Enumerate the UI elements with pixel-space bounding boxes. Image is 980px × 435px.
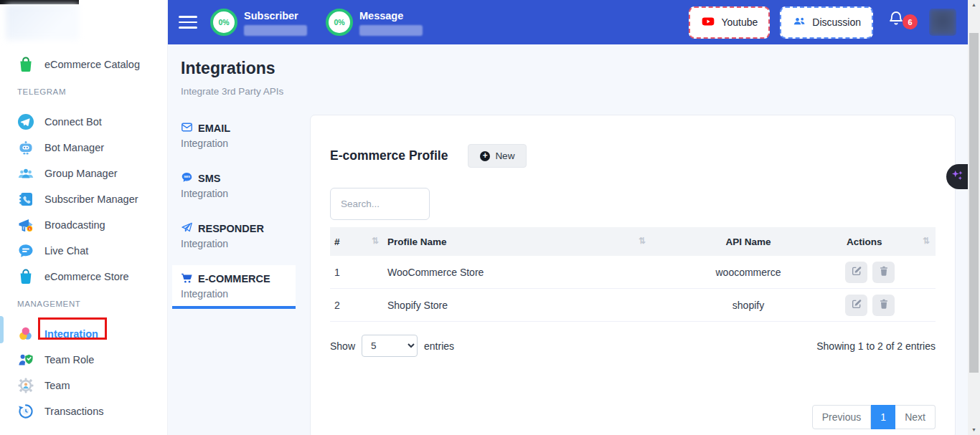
- robot-icon: [17, 139, 34, 156]
- edit-pencil-icon: [851, 265, 862, 279]
- sidebar-item-ecommerce-store[interactable]: eCommerce Store: [0, 264, 167, 290]
- message-stat: 0% Message: [326, 9, 423, 36]
- ai-assistant-button[interactable]: [946, 164, 968, 189]
- discussion-button[interactable]: Discussion: [780, 6, 873, 39]
- page-subtitle: Integrate 3rd Party APIs: [181, 86, 283, 97]
- sort-icon[interactable]: ⇅: [372, 236, 385, 245]
- current-page-button[interactable]: 1: [871, 405, 895, 429]
- palette-icon: [17, 325, 34, 343]
- search-input[interactable]: [330, 188, 430, 220]
- youtube-button[interactable]: Youtube: [689, 6, 770, 39]
- avatar-image-redacted: [929, 9, 956, 36]
- ecommerce-profile-card: E-commerce Profile + New # ⇅ Profile Nam…: [310, 115, 956, 435]
- scrollbar-up-arrow[interactable]: ▲: [968, 0, 980, 10]
- subnav-item-email[interactable]: EMAIL Integration: [172, 115, 296, 158]
- scrollbar-track: ▲ ▼: [968, 0, 980, 435]
- clock-refresh-icon: [17, 403, 34, 420]
- delete-button[interactable]: [872, 295, 895, 316]
- column-header-profile[interactable]: Profile Name ⇅: [385, 236, 651, 247]
- sidebar-item-subscriber-manager[interactable]: Subscriber Manager: [0, 186, 167, 212]
- row-profile-name: Shopify Store: [385, 300, 651, 311]
- sidebar-item-connect-bot[interactable]: Connect Bot: [0, 109, 167, 135]
- sidebar-item-integration[interactable]: Integration: [0, 321, 167, 347]
- sidebar-item-broadcasting[interactable]: 1 Broadcasting: [0, 212, 167, 238]
- trash-icon: [878, 298, 890, 312]
- sidebar-item-label: Subscriber Manager: [44, 193, 138, 205]
- page-title: Integrations: [181, 59, 275, 78]
- integration-subnav: EMAIL Integration SMS SMS Integration: [172, 115, 296, 315]
- sidebar-item-team-role[interactable]: Team Role: [0, 347, 167, 373]
- previous-page-button[interactable]: Previous: [812, 405, 871, 429]
- hamburger-menu-icon[interactable]: [179, 16, 197, 29]
- sort-icon[interactable]: ⇅: [923, 236, 936, 245]
- edit-button[interactable]: [845, 262, 867, 283]
- subnav-item-ecommerce[interactable]: E-COMMERCE Integration: [172, 265, 296, 309]
- subnav-item-sms[interactable]: SMS SMS Integration: [172, 165, 296, 209]
- active-item-indicator: [0, 316, 4, 343]
- page-size-select[interactable]: 5: [362, 335, 418, 357]
- sidebar-item-bot-manager[interactable]: Bot Manager: [0, 135, 167, 161]
- message-stat-value-redacted: [359, 25, 423, 36]
- subscriber-stat-label: Subscriber: [244, 9, 307, 21]
- sidebar-item-label: eCommerce Store: [44, 271, 129, 282]
- panel-title: E-commerce Profile: [330, 148, 448, 163]
- entries-label: entries: [424, 340, 454, 352]
- sidebar-item-live-chat[interactable]: Live Chat: [0, 238, 167, 264]
- app-logo: [6, 4, 79, 40]
- header-api-label: API Name: [725, 236, 771, 247]
- row-api-name: woocommerce: [651, 267, 845, 278]
- subscriber-progress-ring: 0%: [210, 9, 237, 36]
- scrollbar-thumb[interactable]: [969, 33, 979, 373]
- table-row: 1 WooCommerce Store woocommerce: [330, 256, 936, 289]
- svg-text:SMS: SMS: [184, 175, 190, 178]
- telegram-icon: [17, 113, 34, 130]
- subnav-item-subtitle: Integration: [181, 188, 287, 199]
- sidebar-item-label: Transactions: [44, 406, 103, 417]
- notification-count-badge: 6: [903, 14, 918, 29]
- sidebar-item-label: Group Manager: [44, 168, 118, 179]
- show-label: Show: [330, 340, 355, 352]
- gear-person-icon: [17, 377, 34, 394]
- pagination: Previous 1 Next: [812, 405, 936, 429]
- scrollbar-down-arrow[interactable]: ▼: [968, 425, 980, 435]
- row-num: 1: [330, 267, 385, 278]
- sidebar-item-label: Bot Manager: [44, 142, 104, 153]
- sort-icon[interactable]: ⇅: [639, 236, 651, 245]
- subnav-item-title: E-COMMERCE: [198, 273, 270, 285]
- sidebar-item-label: Broadcasting: [44, 219, 105, 231]
- sidebar: eCommerce Catalog TELEGRAM Connect Bot B…: [0, 0, 167, 435]
- delete-button[interactable]: [872, 262, 895, 283]
- app-window: eCommerce Catalog TELEGRAM Connect Bot B…: [0, 0, 980, 435]
- discussion-people-icon: [792, 14, 806, 31]
- new-profile-button[interactable]: + New: [468, 144, 527, 168]
- row-num: 2: [330, 300, 385, 311]
- main-content: Integrations Integrate 3rd Party APIs EM…: [167, 44, 968, 435]
- subscriber-percent: 0%: [218, 18, 229, 27]
- column-header-actions[interactable]: Actions ⇅: [845, 236, 936, 247]
- sidebar-item-transactions[interactable]: Transactions: [0, 398, 167, 424]
- role-shield-icon: [17, 351, 34, 368]
- edit-pencil-icon: [851, 298, 862, 312]
- sidebar-item-ecommerce-catalog[interactable]: eCommerce Catalog: [0, 52, 167, 77]
- showing-entries-text: Showing 1 to 2 of 2 entries: [816, 340, 936, 352]
- header-profile-label: Profile Name: [387, 236, 447, 247]
- sidebar-item-team[interactable]: Team: [0, 373, 167, 398]
- edit-button[interactable]: [845, 295, 867, 316]
- notifications-button[interactable]: 6: [887, 10, 909, 34]
- profiles-table: # ⇅ Profile Name ⇅ API Name Actions ⇅: [330, 227, 936, 322]
- subnav-item-title: RESPONDER: [198, 223, 264, 234]
- subnav-item-responder[interactable]: RESPONDER Integration: [172, 215, 296, 259]
- column-header-num[interactable]: # ⇅: [330, 236, 385, 247]
- cart-icon: [181, 272, 193, 286]
- chat-icon: [17, 242, 34, 259]
- user-avatar[interactable]: [929, 9, 956, 36]
- sidebar-item-label: Team Role: [44, 354, 94, 365]
- sidebar-item-group-manager[interactable]: Group Manager: [0, 161, 167, 186]
- column-header-api[interactable]: API Name: [651, 236, 845, 247]
- row-api-name: shopify: [651, 300, 845, 311]
- trash-icon: [878, 265, 890, 279]
- subscriber-stat: 0% Subscriber: [210, 9, 307, 36]
- email-icon: [181, 121, 193, 135]
- sidebar-item-label: Integration: [44, 328, 98, 340]
- next-page-button[interactable]: Next: [895, 405, 936, 429]
